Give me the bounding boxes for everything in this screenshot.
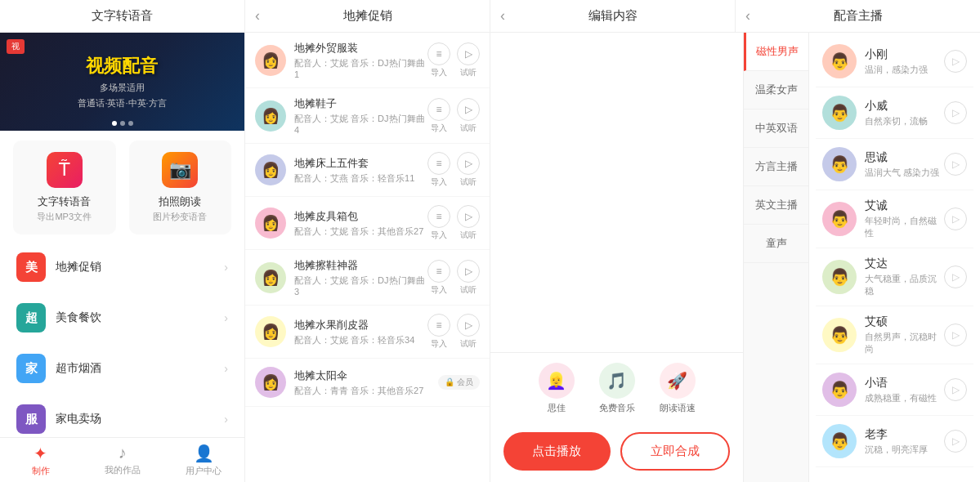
- banner: 视 视频配音 多场景适用 普通话·英语·中英·方言: [0, 33, 244, 131]
- cat-item-jiadian[interactable]: 服 家电卖场 ›: [7, 396, 238, 437]
- voice-play-7[interactable]: ▷: [944, 430, 967, 453]
- compose-button[interactable]: 立即合成: [620, 432, 731, 471]
- voice-cat-gentle[interactable]: 温柔女声: [744, 71, 808, 109]
- nav-works[interactable]: ♪ 我的作品: [82, 438, 163, 482]
- product-meta-6: 配音人：青青 音乐：其他音乐27: [294, 385, 438, 397]
- func-text-to-speech[interactable]: T̃ 文字转语音 导出MP3文件: [13, 141, 116, 234]
- product-item-1[interactable]: 👩 地摊鞋子 配音人：艾妮 音乐：DJ热门舞曲4 ≡ 导入 ▷ 试听: [245, 88, 490, 144]
- voice-item-xiaogang[interactable]: 👨 小刚 温润，感染力强 ▷: [816, 36, 973, 87]
- cat-icon-3: 服: [16, 404, 46, 434]
- voice-item-xiaowei[interactable]: 👨 小威 自然亲切，流畅 ▷: [816, 87, 973, 139]
- voice-cat-english[interactable]: 英文主播: [744, 186, 808, 225]
- cat-item-ditancuxiao[interactable]: 美 地摊促销 ›: [7, 244, 238, 290]
- voice-item-xiaoyu[interactable]: 👨 小语 成熟稳重，有磁性 ▷: [816, 364, 973, 416]
- product-actions-4: ≡ 导入 ▷ 试听: [427, 260, 480, 296]
- voice-name-1: 小威: [865, 99, 944, 114]
- voice-play-2[interactable]: ▷: [944, 153, 967, 176]
- back-icon-panel3[interactable]: ‹: [500, 7, 505, 25]
- voice-info-1: 小威 自然亲切，流畅: [865, 99, 944, 127]
- import-icon-5: ≡: [427, 314, 450, 337]
- action-try-3[interactable]: ▷ 试听: [457, 205, 480, 241]
- voice-info-2: 思诚 温润大气 感染力强: [865, 150, 944, 179]
- voice-avatar-7: 👨: [822, 424, 857, 458]
- product-actions-1: ≡ 导入 ▷ 试听: [427, 98, 480, 134]
- header: 文字转语音 ‹ 地摊促销 ‹ 编辑内容 ‹ 配音主播: [0, 0, 980, 33]
- voice-item-aida[interactable]: 👨 艾达 大气稳重，品质沉稳 ▷: [816, 248, 973, 306]
- voice-cat-bilingual[interactable]: 中英双语: [744, 109, 808, 148]
- voice-play-6[interactable]: ▷: [944, 378, 967, 401]
- tool-sijia[interactable]: 👱‍♀️ 思佳: [539, 363, 575, 414]
- product-avatar-5: 👩: [255, 316, 286, 347]
- header-panel4-title: 配音主播: [834, 8, 883, 24]
- voice-cat-dialect[interactable]: 方言主播: [744, 148, 808, 186]
- product-actions-2: ≡ 导入 ▷ 试听: [427, 152, 480, 188]
- voice-play-1[interactable]: ▷: [944, 101, 967, 124]
- cat-icon-2: 家: [16, 354, 46, 383]
- voice-cat-child[interactable]: 童声: [744, 225, 808, 263]
- voice-play-5[interactable]: ▷: [944, 324, 967, 346]
- action-import-0[interactable]: ≡ 导入: [427, 42, 450, 78]
- action-try-1[interactable]: ▷ 试听: [457, 98, 480, 134]
- action-import-2[interactable]: ≡ 导入: [427, 152, 450, 188]
- import-label-3: 导入: [431, 230, 447, 241]
- voice-play-3[interactable]: ▷: [944, 208, 967, 230]
- func-label-tts: 文字转语音: [38, 194, 91, 209]
- product-avatar-4: 👩: [255, 262, 286, 293]
- bottom-tools: 👱‍♀️ 思佳 🎵 免费音乐 🚀 朗读语速: [490, 352, 743, 424]
- voice-play-4[interactable]: ▷: [944, 266, 967, 288]
- banner-tag: 视: [7, 39, 25, 54]
- voice-info-6: 小语 成熟稳重，有磁性: [865, 376, 944, 404]
- cat-icon-1: 超: [16, 303, 46, 332]
- cat-label-3: 家电卖场: [56, 412, 224, 426]
- func-photo-read[interactable]: 📷 拍照朗读 图片秒变语音: [129, 141, 232, 234]
- cat-item-chaoshi[interactable]: 家 超市烟酒 ›: [7, 346, 238, 391]
- voice-info-0: 小刚 温润，感染力强: [865, 47, 944, 76]
- action-import-5[interactable]: ≡ 导入: [427, 314, 450, 350]
- nav-create[interactable]: ✦ 制作: [0, 438, 82, 482]
- play-button[interactable]: 点击播放: [503, 432, 611, 471]
- tool-music[interactable]: 🎵 免费音乐: [599, 363, 635, 414]
- action-try-0[interactable]: ▷ 试听: [457, 42, 480, 78]
- voice-name-4: 艾达: [865, 257, 944, 271]
- header-panel2: ‹ 地摊促销: [245, 0, 490, 32]
- product-item-6[interactable]: 👩 地摊太阳伞 配音人：青青 音乐：其他音乐27 🔒 会员: [245, 359, 490, 407]
- nav-user[interactable]: 👤 用户中心: [163, 438, 244, 482]
- action-try-2[interactable]: ▷ 试听: [457, 152, 480, 188]
- voice-item-aishuo[interactable]: 👨 艾硕 自然男声，沉稳时尚 ▷: [816, 306, 973, 364]
- voice-item-aicheng[interactable]: 👨 艾诚 年轻时尚，自然磁性 ▷: [816, 190, 973, 248]
- product-item-2[interactable]: 👩 地摊床上五件套 配音人：艾燕 音乐：轻音乐11 ≡ 导入 ▷ 试听: [245, 144, 490, 197]
- product-item-4[interactable]: 👩 地摊擦鞋神器 配音人：艾妮 音乐：DJ热门舞曲3 ≡ 导入 ▷ 试听: [245, 250, 490, 306]
- panel-voice-anchor: 磁性男声 温柔女声 中英双语 方言主播 英文主播 童声 👨 小刚: [744, 33, 980, 482]
- banner-content: 视频配音 多场景适用 普通话·英语·中英·方言: [78, 54, 166, 109]
- product-item-0[interactable]: 👩 地摊外贸服装 配音人：艾妮 音乐：DJ热门舞曲1 ≡ 导入 ▷ 试听: [245, 33, 490, 88]
- voice-play-0[interactable]: ▷: [944, 50, 967, 73]
- voice-cat-magnetic[interactable]: 磁性男声: [744, 33, 808, 71]
- back-icon-panel4[interactable]: ‹: [745, 7, 750, 25]
- voice-item-sicheng[interactable]: 👨 思诚 温润大气 感染力强 ▷: [816, 139, 973, 190]
- tool-speed[interactable]: 🚀 朗读语速: [660, 363, 696, 414]
- tool-icon-speed: 🚀: [660, 363, 696, 399]
- action-import-3[interactable]: ≡ 导入: [427, 205, 450, 241]
- product-item-5[interactable]: 👩 地摊水果削皮器 配音人：艾妮 音乐：轻音乐34 ≡ 导入 ▷ 试听: [245, 306, 490, 359]
- cat-arrow-3: ›: [224, 413, 228, 426]
- action-import-1[interactable]: ≡ 导入: [427, 98, 450, 134]
- action-try-4[interactable]: ▷ 试听: [457, 260, 480, 296]
- cat-item-meishi[interactable]: 超 美食餐饮 ›: [7, 295, 238, 341]
- try-label-1: 试听: [460, 123, 477, 134]
- panel-edit-content: 👱‍♀️ 思佳 🎵 免费音乐 🚀 朗读语速 点击播放 立即合成: [490, 33, 744, 482]
- banner-sub2: 普通话·英语·中英·方言: [78, 97, 166, 109]
- nav-icon-user: 👤: [194, 444, 214, 463]
- action-try-5[interactable]: ▷ 试听: [457, 314, 480, 350]
- header-panel4: ‹ 配音主播: [736, 0, 980, 32]
- import-icon-4: ≡: [427, 260, 450, 283]
- product-item-3[interactable]: 👩 地摊皮具箱包 配音人：艾妮 音乐：其他音乐27 ≡ 导入 ▷ 试听: [245, 197, 490, 250]
- voice-avatar-2: 👨: [822, 147, 857, 181]
- voice-info-5: 艾硕 自然男声，沉稳时尚: [865, 315, 944, 355]
- product-name-1: 地摊鞋子: [294, 96, 427, 111]
- banner-sub1: 多场景适用: [78, 82, 166, 94]
- func-icon-photo: 📷: [162, 152, 198, 188]
- import-icon-0: ≡: [427, 42, 450, 65]
- voice-item-laoli[interactable]: 👨 老李 沉稳，明亮浑厚 ▷: [816, 416, 973, 467]
- action-import-4[interactable]: ≡ 导入: [427, 260, 450, 296]
- back-icon-panel2[interactable]: ‹: [255, 7, 260, 25]
